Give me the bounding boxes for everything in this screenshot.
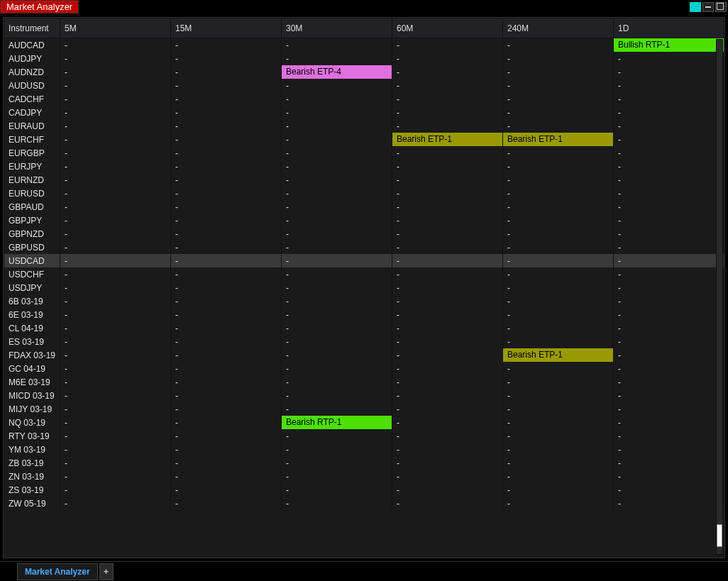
- table-row[interactable]: YM 03-19------: [4, 443, 724, 456]
- vertical-scrollbar[interactable]: [716, 39, 723, 555]
- table-row[interactable]: AUDUSD------: [4, 79, 724, 92]
- signal-cell[interactable]: -: [392, 187, 503, 200]
- instrument-cell[interactable]: GBPNZD: [4, 227, 60, 240]
- signal-cell[interactable]: -: [503, 119, 614, 133]
- signal-cell[interactable]: -: [392, 470, 503, 483]
- signal-cell[interactable]: -: [171, 106, 282, 119]
- signal-cell[interactable]: -: [60, 119, 171, 133]
- instrument-cell[interactable]: FDAX 03-19: [4, 348, 60, 362]
- table-row[interactable]: CADCHF------: [4, 92, 724, 106]
- signal-cell[interactable]: -: [60, 146, 171, 160]
- signal-cell[interactable]: -: [392, 65, 503, 79]
- signal-cell[interactable]: -: [614, 443, 724, 456]
- signal-cell[interactable]: -: [392, 308, 503, 321]
- signal-cell[interactable]: -: [171, 65, 282, 79]
- signal-cell[interactable]: -: [503, 335, 614, 348]
- signal-cell[interactable]: -: [171, 52, 282, 65]
- table-row[interactable]: EURJPY------: [4, 160, 724, 173]
- instrument-cell[interactable]: AUDUSD: [4, 79, 60, 92]
- signal-cell[interactable]: -: [392, 416, 503, 429]
- table-row[interactable]: USDCAD------: [4, 254, 724, 267]
- signal-cell[interactable]: -: [171, 254, 282, 267]
- column-header-instrument[interactable]: Instrument: [4, 18, 60, 38]
- table-row[interactable]: GBPAUD------: [4, 200, 724, 214]
- signal-cell[interactable]: -: [503, 240, 614, 254]
- signal-cell[interactable]: -: [60, 456, 171, 470]
- signal-cell[interactable]: -: [60, 267, 171, 281]
- signal-cell[interactable]: -: [614, 240, 724, 254]
- signal-cell[interactable]: -: [282, 38, 392, 52]
- signal-cell[interactable]: -: [503, 65, 614, 79]
- signal-cell[interactable]: -: [282, 402, 392, 416]
- table-row[interactable]: RTY 03-19------: [4, 429, 724, 443]
- column-header-30m[interactable]: 30M: [282, 18, 392, 38]
- signal-cell[interactable]: -: [614, 321, 724, 335]
- signal-cell[interactable]: -: [60, 240, 171, 254]
- signal-cell[interactable]: -: [171, 402, 282, 416]
- table-row[interactable]: FDAX 03-19----Bearish ETP-1-: [4, 348, 724, 362]
- signal-cell[interactable]: -: [60, 348, 171, 362]
- signal-cell[interactable]: -: [171, 429, 282, 443]
- signal-cell[interactable]: -: [60, 497, 171, 510]
- instrument-cell[interactable]: 6E 03-19: [4, 308, 60, 321]
- table-row[interactable]: AUDNZD--Bearish ETP-4---: [4, 65, 724, 79]
- signal-cell[interactable]: -: [60, 65, 171, 79]
- signal-cell[interactable]: -: [503, 146, 614, 160]
- table-row[interactable]: ZB 03-19------: [4, 456, 724, 470]
- signal-cell[interactable]: -: [392, 119, 503, 133]
- signal-cell[interactable]: -: [171, 133, 282, 146]
- column-header-60m[interactable]: 60M: [392, 18, 503, 38]
- signal-cell[interactable]: -: [282, 119, 392, 133]
- instrument-cell[interactable]: ZN 03-19: [4, 470, 60, 483]
- signal-cell[interactable]: -: [503, 79, 614, 92]
- signal-cell[interactable]: -: [503, 227, 614, 240]
- signal-cell[interactable]: -: [171, 173, 282, 187]
- signal-cell[interactable]: -: [282, 456, 392, 470]
- signal-cell[interactable]: -: [60, 173, 171, 187]
- table-row[interactable]: ZS 03-19------: [4, 483, 724, 497]
- signal-cell[interactable]: -: [392, 389, 503, 402]
- table-row[interactable]: MIJY 03-19------: [4, 402, 724, 416]
- signal-cell[interactable]: -: [171, 483, 282, 497]
- signal-cell[interactable]: -: [614, 335, 724, 348]
- signal-cell[interactable]: -: [171, 187, 282, 200]
- signal-cell[interactable]: -: [282, 267, 392, 281]
- signal-cell[interactable]: -: [614, 294, 724, 308]
- signal-cell[interactable]: -: [392, 429, 503, 443]
- signal-cell[interactable]: -: [60, 187, 171, 200]
- signal-cell[interactable]: -: [392, 335, 503, 348]
- signal-cell[interactable]: -: [60, 254, 171, 267]
- scrollbar-thumb[interactable]: [717, 524, 722, 547]
- signal-cell[interactable]: -: [614, 456, 724, 470]
- signal-cell[interactable]: -: [614, 65, 724, 79]
- signal-cell[interactable]: -: [282, 187, 392, 200]
- table-row[interactable]: EURAUD------: [4, 119, 724, 133]
- signal-cell[interactable]: -: [171, 335, 282, 348]
- signal-cell[interactable]: -: [503, 214, 614, 227]
- window-color-button[interactable]: [690, 2, 701, 12]
- signal-cell[interactable]: -: [614, 416, 724, 429]
- instrument-cell[interactable]: ZW 05-19: [4, 497, 60, 510]
- instrument-cell[interactable]: NQ 03-19: [4, 416, 60, 429]
- instrument-cell[interactable]: MICD 03-19: [4, 389, 60, 402]
- table-row[interactable]: AUDJPY------: [4, 52, 724, 65]
- instrument-cell[interactable]: USDCHF: [4, 267, 60, 281]
- instrument-cell[interactable]: 6B 03-19: [4, 294, 60, 308]
- signal-cell[interactable]: -: [171, 443, 282, 456]
- signal-cell[interactable]: -: [60, 200, 171, 214]
- signal-cell[interactable]: -: [614, 160, 724, 173]
- signal-cell[interactable]: Bearish RTP-1: [282, 416, 392, 429]
- signal-cell[interactable]: -: [614, 497, 724, 510]
- table-row[interactable]: ZN 03-19------: [4, 470, 724, 483]
- signal-cell[interactable]: -: [60, 214, 171, 227]
- signal-cell[interactable]: -: [171, 416, 282, 429]
- signal-cell[interactable]: -: [282, 497, 392, 510]
- signal-cell[interactable]: -: [60, 38, 171, 52]
- table-row[interactable]: USDCHF------: [4, 267, 724, 281]
- signal-cell[interactable]: -: [60, 429, 171, 443]
- signal-cell[interactable]: -: [614, 281, 724, 294]
- instrument-cell[interactable]: USDJPY: [4, 281, 60, 294]
- signal-cell[interactable]: -: [282, 470, 392, 483]
- signal-cell[interactable]: -: [171, 200, 282, 214]
- signal-cell[interactable]: -: [171, 281, 282, 294]
